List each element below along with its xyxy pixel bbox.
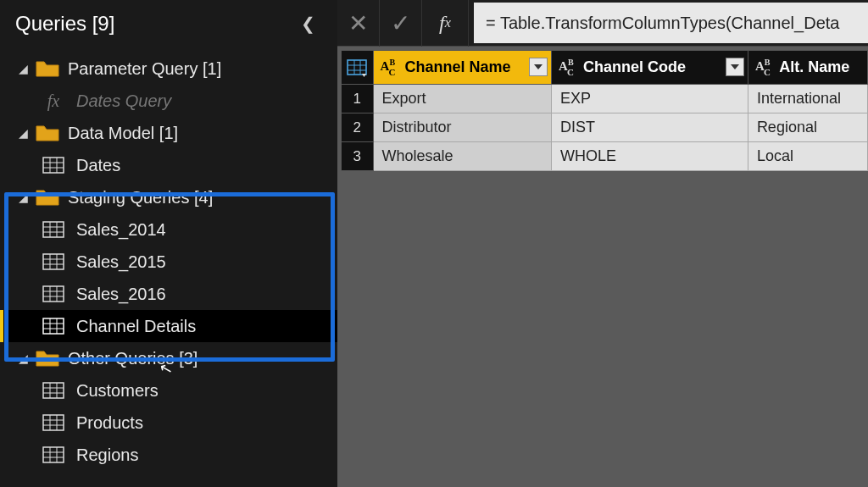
- group-label: Parameter Query [1]: [68, 59, 337, 79]
- column-filter-button[interactable]: [726, 58, 744, 76]
- svg-rect-10: [43, 254, 64, 269]
- table-icon: [42, 253, 64, 270]
- commit-formula-button[interactable]: ✓: [380, 0, 422, 47]
- item-label: Dates Query: [76, 91, 337, 111]
- group-label: Staging Queries [4]: [68, 188, 337, 208]
- fx-icon[interactable]: fx: [422, 0, 469, 47]
- group-data-model[interactable]: ◢ Data Model [1]: [0, 117, 337, 149]
- table-row[interactable]: 2 Distributor DIST Regional: [342, 113, 868, 142]
- svg-rect-15: [43, 286, 64, 302]
- svg-rect-0: [43, 158, 64, 173]
- type-abc-icon: ABC: [559, 60, 574, 75]
- item-label: Products: [76, 413, 337, 433]
- folder-icon: [36, 125, 59, 141]
- table-icon: [42, 318, 64, 335]
- expand-icon: ◢: [19, 191, 29, 204]
- row-number: 1: [342, 85, 374, 113]
- cell[interactable]: EXP: [552, 85, 748, 113]
- cell[interactable]: International: [748, 85, 867, 113]
- expand-icon: ◢: [19, 351, 29, 365]
- item-sales-2016[interactable]: Sales_2016: [0, 278, 337, 310]
- formula-input[interactable]: = Table.TransformColumnTypes(Channel_Det…: [474, 3, 868, 43]
- svg-rect-25: [43, 383, 64, 398]
- column-header-label: Channel Code: [583, 58, 686, 75]
- type-abc-icon: ABC: [381, 60, 396, 75]
- sidebar-header: Queries [9] ❮: [0, 0, 337, 53]
- sidebar-title: Queries [9]: [15, 12, 114, 36]
- item-dates-query[interactable]: fx Dates Query: [0, 85, 337, 117]
- item-label: Customers: [76, 381, 337, 401]
- column-header-label: Alt. Name: [779, 58, 849, 75]
- table-icon: [42, 285, 64, 302]
- expand-icon: ◢: [19, 62, 29, 75]
- column-header-label: Channel Name: [405, 58, 511, 75]
- cell[interactable]: Local: [748, 142, 867, 171]
- svg-rect-5: [43, 222, 64, 237]
- group-label: Data Model [1]: [68, 124, 337, 143]
- item-label: Sales_2014: [76, 220, 337, 240]
- svg-rect-30: [43, 415, 64, 430]
- folder-icon: [36, 189, 59, 206]
- item-sales-2014[interactable]: Sales_2014: [0, 213, 337, 246]
- folder-icon: [36, 350, 59, 367]
- cell[interactable]: Regional: [748, 113, 867, 142]
- group-other-queries[interactable]: ◢ Other Queries [3]: [0, 342, 337, 374]
- table-icon: [42, 382, 64, 399]
- folder-icon: [36, 60, 59, 77]
- group-parameter-query[interactable]: ◢ Parameter Query [1]: [0, 53, 337, 85]
- table-icon: [42, 221, 64, 238]
- item-label: Sales_2016: [76, 285, 337, 304]
- queries-sidebar: Queries [9] ❮ ◢ Parameter Query [1] fx D…: [0, 0, 337, 487]
- column-filter-button[interactable]: [529, 58, 548, 76]
- table-corner-button[interactable]: [342, 51, 374, 85]
- formula-bar: ✕ ✓ fx = Table.TransformColumnTypes(Chan…: [337, 0, 868, 47]
- item-label: Regions: [76, 445, 337, 465]
- group-label: Other Queries [3]: [68, 349, 337, 368]
- type-abc-icon: ABC: [755, 60, 771, 75]
- collapse-sidebar-button[interactable]: ❮: [294, 10, 322, 37]
- svg-rect-40: [348, 60, 366, 75]
- fx-icon: fx: [42, 91, 64, 111]
- table-icon: [42, 157, 64, 174]
- cell[interactable]: Wholesale: [373, 142, 551, 171]
- table-row[interactable]: 3 Wholesale WHOLE Local: [342, 142, 868, 171]
- svg-rect-20: [43, 318, 64, 334]
- cell[interactable]: Export: [373, 85, 551, 113]
- item-channel-details[interactable]: Channel Details: [0, 310, 337, 342]
- item-label: Sales_2015: [76, 252, 337, 272]
- cell[interactable]: Distributor: [373, 113, 551, 142]
- cell[interactable]: DIST: [552, 113, 748, 142]
- item-dates[interactable]: Dates: [0, 149, 337, 181]
- row-number: 2: [342, 113, 374, 142]
- row-number: 3: [342, 142, 374, 171]
- item-customers[interactable]: Customers: [0, 374, 337, 407]
- column-header-channel-name[interactable]: ABC Channel Name: [373, 51, 551, 85]
- main-pane: ✕ ✓ fx = Table.TransformColumnTypes(Chan…: [337, 0, 868, 487]
- queries-tree: ◢ Parameter Query [1] fx Dates Query ◢ D…: [0, 53, 337, 471]
- item-regions[interactable]: Regions: [0, 439, 337, 471]
- data-grid: ABC Channel Name ABC Channel Code ABC Al…: [337, 47, 868, 171]
- svg-rect-35: [43, 447, 64, 462]
- table-row[interactable]: 1 Export EXP International: [342, 85, 868, 113]
- cancel-formula-button[interactable]: ✕: [337, 0, 380, 47]
- table-icon: [42, 414, 64, 431]
- item-sales-2015[interactable]: Sales_2015: [0, 246, 337, 278]
- column-header-channel-code[interactable]: ABC Channel Code: [552, 51, 748, 85]
- item-products[interactable]: Products: [0, 407, 337, 439]
- item-label: Dates: [76, 156, 337, 175]
- group-staging-queries[interactable]: ◢ Staging Queries [4]: [0, 181, 337, 213]
- column-header-alt-name[interactable]: ABC Alt. Name: [748, 51, 867, 85]
- table-icon: [42, 446, 64, 463]
- cell[interactable]: WHOLE: [552, 142, 748, 171]
- expand-icon: ◢: [19, 126, 29, 140]
- item-label: Channel Details: [76, 317, 337, 336]
